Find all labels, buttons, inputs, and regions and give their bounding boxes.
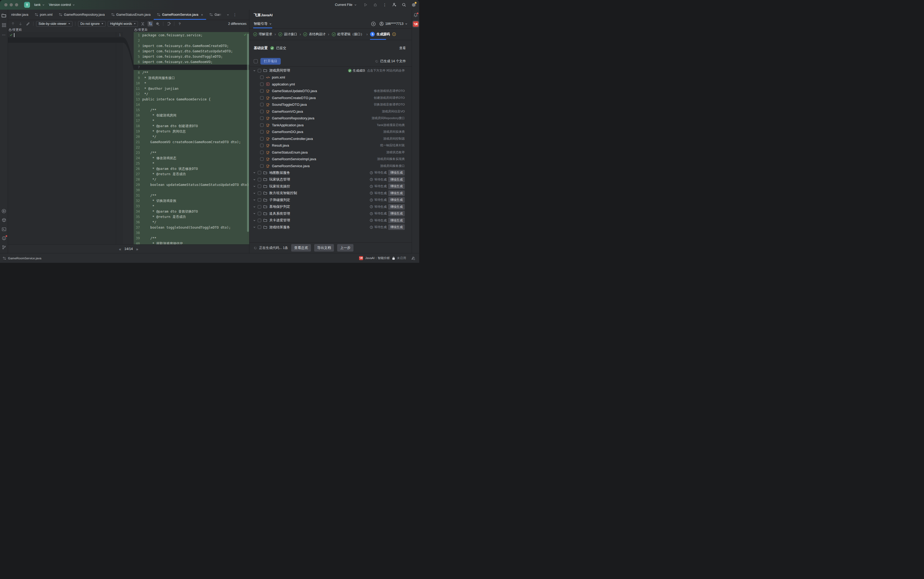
step-info-button[interactable]: [392, 32, 396, 36]
file-row[interactable]: GameStatusEnum.java游戏状态枚举: [249, 149, 412, 156]
continue-generate-button[interactable]: 继续生成: [388, 218, 405, 223]
checkbox[interactable]: [260, 103, 264, 106]
open-project-button[interactable]: 打开项目: [260, 58, 281, 65]
file-row[interactable]: GameRoomCreateDTO.java创建游戏房间请求DTO: [249, 95, 412, 101]
run-configuration-selector[interactable]: Current File: [333, 2, 359, 8]
chevron-down-icon[interactable]: [253, 199, 256, 201]
checkbox[interactable]: [258, 226, 261, 229]
hidden-tabs-button[interactable]: [225, 10, 231, 20]
close-window-icon[interactable]: [4, 3, 8, 7]
search-everywhere-button[interactable]: [401, 2, 407, 8]
chevron-down-icon[interactable]: [253, 69, 256, 72]
diff-pane-before[interactable]: 1: [8, 32, 123, 244]
step-4[interactable]: 处理逻辑（接口）: [332, 29, 364, 40]
checkbox[interactable]: [258, 198, 261, 202]
project-folder-icon[interactable]: [1, 13, 7, 18]
continue-generate-button[interactable]: 继续生成: [388, 204, 405, 209]
file-row[interactable]: GameRoomVO.java游戏房间信息VO: [249, 108, 412, 115]
file-row[interactable]: </>pom.xml: [249, 74, 412, 81]
chevron-down-icon[interactable]: [253, 192, 256, 195]
editor-tab-gameroomservice-java[interactable]: GameRoomService.java×: [154, 10, 206, 20]
view-overview-button[interactable]: 查看总览: [291, 244, 311, 252]
ai-analysis-label[interactable]: JavaAI：智能分析: [365, 256, 390, 260]
file-row[interactable]: GameRoomService.java游戏房间服务接口: [249, 163, 412, 170]
module-row[interactable]: 道具系统管理等待生成继续生成: [249, 210, 412, 217]
tab-smart-guide[interactable]: 智能引导: [254, 19, 272, 28]
checkbox[interactable]: [260, 150, 264, 154]
collapse-unchanged-button[interactable]: [140, 21, 146, 26]
code-with-me-button[interactable]: [391, 2, 397, 8]
file-row[interactable]: SoundToggleDTO.java切换游戏音效请求DTO: [249, 101, 412, 108]
continue-generate-button[interactable]: 继续生成: [388, 190, 405, 196]
module-row[interactable]: 游戏结算服务等待生成继续生成: [249, 224, 412, 231]
file-row[interactable]: TankApplication.javaTank游戏项目启动类: [249, 122, 412, 129]
continue-generate-button[interactable]: 继续生成: [388, 211, 405, 216]
next-difference-button[interactable]: [18, 21, 23, 26]
ignore-policy-dropdown[interactable]: Do not ignore: [78, 21, 106, 27]
checkbox[interactable]: [260, 110, 264, 113]
step-1[interactable]: 理解需求: [253, 29, 272, 40]
new-session-button[interactable]: [371, 21, 376, 26]
checkbox[interactable]: [260, 164, 264, 168]
git-branch-icon[interactable]: [1, 245, 7, 250]
checkbox[interactable]: [258, 69, 261, 72]
select-all-checkbox[interactable]: [254, 59, 258, 63]
continue-generate-button[interactable]: 继续生成: [388, 177, 405, 182]
module-row[interactable]: 基地保护判定等待生成继续生成: [249, 203, 412, 211]
step-3[interactable]: 表结构设计: [303, 29, 326, 40]
run-button[interactable]: [363, 2, 368, 8]
build-icon[interactable]: [1, 218, 7, 223]
chevron-down-icon[interactable]: [253, 212, 256, 215]
debug-button[interactable]: [372, 2, 378, 8]
notifications-button[interactable]: [414, 13, 418, 17]
file-row[interactable]: GameRoomController.java游戏房间控制器: [249, 136, 412, 142]
editor-tab-pom-xml[interactable]: pom.xml: [31, 10, 56, 20]
file-row[interactable]: Yapplication.yml: [249, 81, 412, 88]
checkbox[interactable]: [258, 212, 261, 215]
previous-difference-button[interactable]: [10, 21, 15, 26]
continue-generate-button[interactable]: 继续生成: [388, 197, 405, 203]
file-row[interactable]: GameStatusUpdateDTO.java修改游戏状态请求DTO: [249, 88, 412, 95]
checkbox[interactable]: [258, 205, 261, 209]
editor-scrollbar[interactable]: [247, 34, 249, 232]
checkbox[interactable]: [258, 171, 261, 174]
checkbox[interactable]: [260, 157, 264, 161]
window-controls[interactable]: [4, 3, 18, 7]
chevron-down-icon[interactable]: [253, 226, 256, 228]
chevron-down-icon[interactable]: [253, 206, 256, 208]
synchronize-scrolling-toggle[interactable]: [148, 21, 153, 26]
checkbox[interactable]: [258, 191, 261, 195]
terminal-icon[interactable]: [1, 226, 7, 232]
view-settings-link[interactable]: 查看: [399, 46, 406, 51]
continue-generate-button[interactable]: 继续生成: [388, 224, 405, 230]
close-tab-icon[interactable]: ×: [201, 13, 203, 17]
checkbox[interactable]: [260, 75, 264, 79]
more-tools-icon[interactable]: ⋯: [1, 32, 7, 38]
editor-tab-gamestatusenum-java[interactable]: GameStatusEnum.java: [108, 10, 154, 20]
continue-generate-button[interactable]: 继续生成: [388, 170, 405, 175]
chevron-down-icon[interactable]: [253, 219, 256, 222]
file-row[interactable]: GameRoomDO.java游戏房间实体类: [249, 128, 412, 136]
more-actions-button[interactable]: ⋮: [382, 2, 388, 8]
checkbox[interactable]: [260, 137, 264, 141]
module-row[interactable]: 敌方坦克智能控制等待生成继续生成: [249, 190, 412, 197]
last-difference-button[interactable]: »: [136, 247, 138, 251]
editor-tab-ntroller-java[interactable]: ntroller.java: [8, 10, 31, 20]
problems-icon[interactable]: [1, 236, 7, 241]
maximize-window-icon[interactable]: [15, 3, 18, 7]
file-row[interactable]: GameRoomServiceImpl.java游戏房间服务实现类: [249, 156, 412, 163]
editor-tab-gam[interactable]: Gam: [206, 10, 225, 20]
viewer-mode-dropdown[interactable]: Side-by-side viewer: [36, 21, 72, 27]
module-row[interactable]: 地图数据服务等待生成继续生成: [249, 169, 412, 176]
checkbox[interactable]: [258, 178, 261, 182]
highlight-policy-dropdown[interactable]: Highlight words: [108, 21, 138, 27]
vcs-menu[interactable]: Version control: [47, 2, 77, 8]
step-2[interactable]: 设计接口: [278, 29, 297, 40]
feisuan-tool-window-button[interactable]: 飞算: [412, 21, 419, 28]
checkbox[interactable]: [260, 130, 264, 134]
checkbox[interactable]: [260, 123, 264, 127]
checkbox[interactable]: [260, 116, 264, 120]
diff-pane-after[interactable]: 1package com.feisuanyz.service;23import …: [134, 32, 249, 244]
account-selector[interactable]: 186****7713: [379, 21, 407, 26]
checkbox[interactable]: [260, 144, 264, 147]
